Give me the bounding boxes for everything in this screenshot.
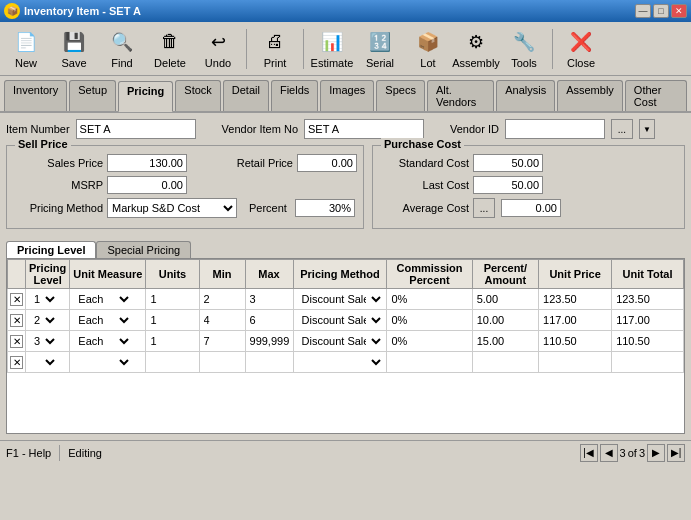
maximize-button[interactable]: □ [653, 4, 669, 18]
average-cost-ellipsis-button[interactable]: ... [473, 198, 495, 218]
msrp-label: MSRP [13, 179, 103, 191]
standard-cost-input[interactable] [473, 154, 543, 172]
row3-unit-total-input[interactable] [614, 332, 681, 350]
tab-inventory[interactable]: Inventory [4, 80, 67, 111]
undo-button[interactable]: ↩ Undo [196, 26, 240, 72]
pricing-method-row: Pricing Method Markup S&D Cost Fixed Pri… [13, 198, 357, 218]
print-button[interactable]: 🖨 Print [253, 26, 297, 72]
row4-checkbox[interactable]: ✕ [10, 356, 23, 369]
row3-units-input[interactable] [148, 332, 196, 350]
tab-specs[interactable]: Specs [376, 80, 425, 111]
row2-pricing-method-select[interactable]: Discount Sales Price [296, 311, 385, 329]
estimate-button[interactable]: 📊 Estimate [310, 26, 354, 72]
nav-last-button[interactable]: ▶| [667, 444, 685, 462]
assembly-toolbar-button[interactable]: ⚙ Assembly [454, 26, 498, 72]
row4-unit-measure-select[interactable] [72, 353, 132, 371]
tab-alt-vendors[interactable]: Alt. Vendors [427, 80, 494, 111]
row1-unit-price-input[interactable] [541, 290, 609, 308]
row4-max-input[interactable] [248, 353, 291, 371]
percent-input[interactable] [295, 199, 355, 217]
row3-checkbox[interactable]: ✕ [10, 335, 23, 348]
row2-min-input[interactable] [202, 311, 243, 329]
col-header-pricing-level: PricingLevel [26, 260, 70, 289]
row1-pricing-method-select[interactable]: Discount Sales Price [296, 290, 385, 308]
row3-commission-input[interactable] [389, 332, 469, 350]
msrp-input[interactable] [107, 176, 187, 194]
row3-pricing-method-select[interactable]: Discount Sales Price [296, 332, 385, 350]
tab-detail[interactable]: Detail [223, 80, 269, 111]
tab-images[interactable]: Images [320, 80, 374, 111]
row1-unit-measure-select[interactable]: Each [72, 290, 132, 308]
tab-other-cost[interactable]: Other Cost [625, 80, 687, 111]
row4-level-select[interactable] [28, 353, 58, 371]
average-cost-input[interactable] [501, 199, 561, 217]
sales-price-input[interactable] [107, 154, 187, 172]
row4-unit-total-input[interactable] [614, 353, 681, 371]
find-button[interactable]: 🔍 Find [100, 26, 144, 72]
row1-level-select[interactable]: 1 [28, 290, 58, 308]
row1-unit-total-input[interactable] [614, 290, 681, 308]
tab-fields[interactable]: Fields [271, 80, 318, 111]
save-button[interactable]: 💾 Save [52, 26, 96, 72]
new-button[interactable]: 📄 New [4, 26, 48, 72]
row1-min-input[interactable] [202, 290, 243, 308]
row2-level-select[interactable]: 2 [28, 311, 58, 329]
tab-setup[interactable]: Setup [69, 80, 116, 111]
row3-max-input[interactable] [248, 332, 291, 350]
tools-icon: 🔧 [510, 29, 538, 55]
tab-stock[interactable]: Stock [175, 80, 221, 111]
lot-icon: 📦 [414, 29, 442, 55]
row3-unit-measure-select[interactable]: Each [72, 332, 132, 350]
tools-button[interactable]: 🔧 Tools [502, 26, 546, 72]
tab-assembly[interactable]: Assembly [557, 80, 623, 111]
row1-units-input[interactable] [148, 290, 196, 308]
serial-button[interactable]: 🔢 Serial [358, 26, 402, 72]
tab-pricing[interactable]: Pricing [118, 81, 173, 112]
page-total: 3 [639, 447, 645, 459]
row2-checkbox[interactable]: ✕ [10, 314, 23, 327]
tab-special-pricing[interactable]: Special Pricing [96, 241, 191, 258]
row1-max-input[interactable] [248, 290, 291, 308]
close-window-button[interactable]: ✕ [671, 4, 687, 18]
row2-max-input[interactable] [248, 311, 291, 329]
close-button[interactable]: ❌ Close [559, 26, 603, 72]
row3-level-select[interactable]: 3 [28, 332, 58, 350]
row2-commission-input[interactable] [389, 311, 469, 329]
row2-unit-measure-select[interactable]: Each [72, 311, 132, 329]
retail-price-input[interactable] [297, 154, 357, 172]
row4-commission-input[interactable] [389, 353, 469, 371]
tab-pricing-level[interactable]: Pricing Level [6, 241, 96, 258]
row1-checkbox[interactable]: ✕ [10, 293, 23, 306]
lot-button[interactable]: 📦 Lot [406, 26, 450, 72]
pricing-method-select[interactable]: Markup S&D Cost Fixed Price Percent Marg… [107, 198, 237, 218]
last-cost-input[interactable] [473, 176, 543, 194]
col-header-check [8, 260, 26, 289]
delete-button[interactable]: 🗑 Delete [148, 26, 192, 72]
row3-min-input[interactable] [202, 332, 243, 350]
row4-pricing-method-select[interactable] [296, 353, 385, 371]
row4-min-input[interactable] [202, 353, 243, 371]
toolbar-sep-3 [552, 29, 553, 69]
row4-units-input[interactable] [148, 353, 196, 371]
row4-unit-price-input[interactable] [541, 353, 609, 371]
nav-prev-button[interactable]: ◀ [600, 444, 618, 462]
vendor-id-ellipsis-button[interactable]: ... [611, 119, 633, 139]
row3-unit-price-input[interactable] [541, 332, 609, 350]
row1-percent-amount-input[interactable] [475, 290, 536, 308]
row3-percent-amount-input[interactable] [475, 332, 536, 350]
row2-percent-amount-input[interactable] [475, 311, 536, 329]
row2-unit-total-input[interactable] [614, 311, 681, 329]
vendor-id-input[interactable] [505, 119, 605, 139]
row2-units-input[interactable] [148, 311, 196, 329]
vendor-item-input[interactable] [304, 119, 424, 139]
nav-first-button[interactable]: |◀ [580, 444, 598, 462]
vendor-id-dropdown-button[interactable]: ▼ [639, 119, 655, 139]
row1-commission-input[interactable] [389, 290, 469, 308]
purchase-cost-title: Purchase Cost [381, 138, 464, 150]
tab-analysis[interactable]: Analysis [496, 80, 555, 111]
item-number-input[interactable] [76, 119, 196, 139]
row2-unit-price-input[interactable] [541, 311, 609, 329]
nav-next-button[interactable]: ▶ [647, 444, 665, 462]
minimize-button[interactable]: — [635, 4, 651, 18]
row4-percent-amount-input[interactable] [475, 353, 536, 371]
